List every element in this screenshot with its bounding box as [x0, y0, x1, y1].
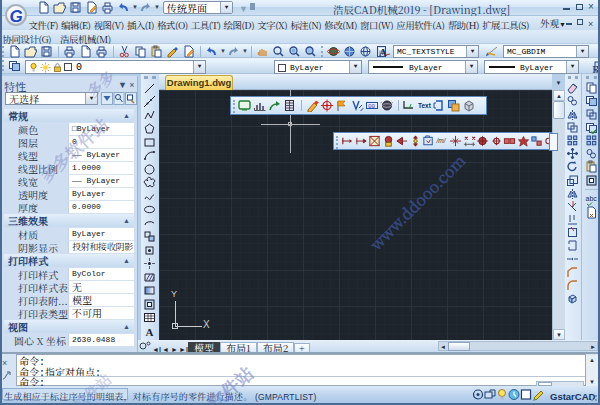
- svg-text:/m/: /m/: [436, 137, 447, 144]
- svg-text:Text: Text: [418, 102, 431, 109]
- svg-text:abc: abc: [585, 195, 597, 202]
- svg-text:A: A: [146, 326, 154, 338]
- svg-text:A: A: [379, 46, 387, 58]
- svg-text:00: 00: [368, 103, 376, 110]
